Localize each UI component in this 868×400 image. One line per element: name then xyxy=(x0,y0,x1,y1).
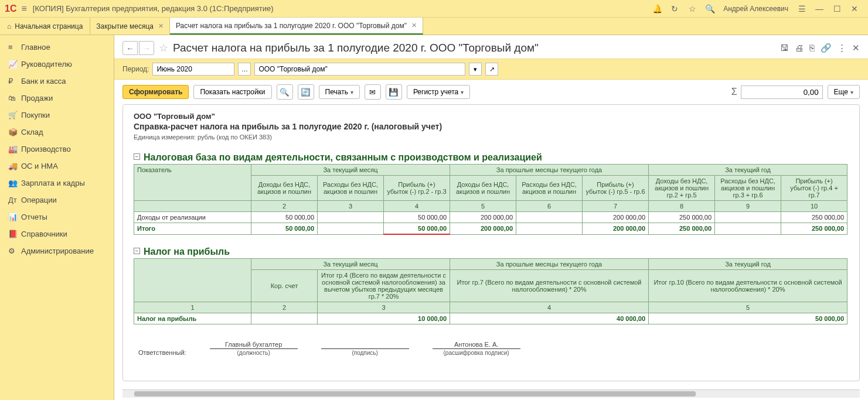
home-tab-label: Начальная страница xyxy=(15,22,83,30)
star-icon[interactable]: ☆ xyxy=(685,4,699,13)
sidebar-item-operations[interactable]: ДтОперации xyxy=(0,192,114,208)
sidebar-item-manager[interactable]: 📈Руководителю xyxy=(0,56,114,73)
more-button[interactable]: Еще xyxy=(828,85,860,99)
export-icon[interactable]: ⎘ xyxy=(809,43,815,53)
search-icon[interactable]: 🔍 xyxy=(703,4,717,13)
period-label: Период: xyxy=(122,65,149,73)
print-button[interactable]: Печать xyxy=(319,85,360,99)
tab-profit-tax[interactable]: Расчет налога на прибыль за 1 полугодие … xyxy=(170,18,423,35)
more-vert-icon[interactable]: ⋮ xyxy=(838,43,846,53)
home-icon: ⌂ xyxy=(7,22,11,30)
list-icon: ≡ xyxy=(8,43,21,52)
section2-table: За текущий месяц За прошлые месяцы текущ… xyxy=(134,258,847,324)
link-icon[interactable]: 🔗 xyxy=(821,43,832,53)
org-open-button[interactable]: ↗ xyxy=(485,63,498,76)
table-total-row: Итого 50 000,0050 000,00 200 000,00200 0… xyxy=(134,223,847,235)
main-menu-icon[interactable]: ≡ xyxy=(21,4,26,14)
book-icon: 📕 xyxy=(8,230,21,238)
maximize-icon[interactable]: ☐ xyxy=(830,4,844,13)
save-button[interactable]: 💾 xyxy=(386,84,402,100)
sidebar-item-warehouse[interactable]: 📦Склад xyxy=(0,124,114,141)
bell-icon[interactable]: 🔔 xyxy=(650,4,664,13)
app-logo: 1С xyxy=(5,4,16,14)
sidebar-item-admin[interactable]: ⚙Администрирование xyxy=(0,242,114,259)
show-settings-button[interactable]: Показать настройки xyxy=(193,85,271,99)
favorite-star-icon[interactable]: ☆ xyxy=(159,42,168,54)
page-title: Расчет налога на прибыль за 1 полугодие … xyxy=(173,42,780,54)
sidebar-item-assets[interactable]: 🚚ОС и НМА xyxy=(0,158,114,175)
sidebar-item-references[interactable]: 📕Справочники xyxy=(0,225,114,242)
section-collapse-icon[interactable]: − xyxy=(134,248,140,254)
sidebar-item-payroll[interactable]: 👥Зарплата и кадры xyxy=(0,175,114,192)
bag-icon: 🛍 xyxy=(8,94,21,102)
forward-button[interactable]: → xyxy=(139,41,154,55)
tab-label: Расчет налога на прибыль за 1 полугодие … xyxy=(176,22,407,30)
sigma-icon: Σ xyxy=(731,87,737,97)
bars-icon: 📊 xyxy=(8,213,21,221)
gear-icon: ⚙ xyxy=(8,247,21,255)
find-button[interactable]: 🔍 xyxy=(277,84,293,100)
sidebar-item-bank[interactable]: ₽Банк и касса xyxy=(0,73,114,90)
signatures: Ответственный: Главный бухгалтер (должно… xyxy=(134,341,842,356)
close-icon[interactable]: ✕ xyxy=(158,22,164,30)
period-input[interactable] xyxy=(152,63,234,76)
chart-icon: 📈 xyxy=(8,60,21,69)
home-tab[interactable]: ⌂ Начальная страница xyxy=(0,18,90,35)
sum-input[interactable] xyxy=(741,86,823,99)
close-icon[interactable]: ✕ xyxy=(411,22,417,29)
truck-icon: 🚚 xyxy=(8,162,21,170)
table-row[interactable]: Налог на прибыль 10 000,00 40 000,00 50 … xyxy=(134,313,847,324)
tab-close-month[interactable]: Закрытие месяца ✕ xyxy=(90,18,170,35)
ruble-icon: ₽ xyxy=(8,77,21,86)
org-dropdown-button[interactable]: ▾ xyxy=(469,63,482,76)
save-disk-icon[interactable]: 🖫 xyxy=(780,43,789,53)
sidebar-item-purchases[interactable]: 🛒Покупки xyxy=(0,107,114,124)
dt-kt-icon: Дт xyxy=(8,196,21,204)
section1-title: Налоговая база по видам деятельности, св… xyxy=(144,152,542,163)
sidebar-item-main[interactable]: ≡Главное xyxy=(0,39,114,56)
cart-icon: 🛒 xyxy=(8,111,21,119)
history-icon[interactable]: ↻ xyxy=(668,4,682,13)
filter-icon[interactable]: ☰ xyxy=(795,4,809,13)
box-icon: 📦 xyxy=(8,128,21,136)
sidebar-item-reports[interactable]: 📊Отчеты xyxy=(0,208,114,225)
org-input[interactable] xyxy=(254,63,465,76)
factory-icon: 🏭 xyxy=(8,145,21,153)
generate-button[interactable]: Сформировать xyxy=(122,85,189,99)
report-doc-title: Справка-расчет налога на прибыль за 1 по… xyxy=(134,122,842,131)
print-icon[interactable]: 🖨 xyxy=(795,43,804,53)
sidebar-item-sales[interactable]: 🛍Продажи xyxy=(0,90,114,107)
horizontal-scrollbar[interactable] xyxy=(122,389,860,398)
report-unit: Единица измерения: рубль (код по ОКЕИ 38… xyxy=(134,134,842,141)
user-name[interactable]: Андрей Алексеевич xyxy=(723,5,788,13)
refresh-find-button[interactable]: 🔄 xyxy=(298,84,314,100)
section1-table: Показатель За текущий месяц За прошлые м… xyxy=(134,164,847,235)
minimize-icon[interactable]: — xyxy=(812,4,826,13)
table-row[interactable]: Доходы от реализации 50 000,0050 000,00 … xyxy=(134,212,847,223)
email-button[interactable]: ✉ xyxy=(365,84,381,100)
back-button[interactable]: ← xyxy=(122,41,138,55)
window-title: [КОПИЯ] Бухгалтерия предприятия, редакци… xyxy=(33,4,274,13)
tab-label: Закрытие месяца xyxy=(96,22,154,30)
register-button[interactable]: Регистр учета xyxy=(407,85,470,99)
period-picker-button[interactable]: … xyxy=(238,63,251,76)
people-icon: 👥 xyxy=(8,179,21,187)
section-collapse-icon[interactable]: − xyxy=(134,153,140,160)
sidebar-item-production[interactable]: 🏭Производство xyxy=(0,141,114,158)
nav-sidebar: ≡Главное 📈Руководителю ₽Банк и касса 🛍Пр… xyxy=(0,35,114,400)
close-window-icon[interactable]: ✕ xyxy=(847,4,862,13)
report-org: ООО "Торговый дом" xyxy=(134,112,842,121)
section2-title: Налог на прибыль xyxy=(144,247,230,257)
close-page-icon[interactable]: ✕ xyxy=(852,43,860,53)
